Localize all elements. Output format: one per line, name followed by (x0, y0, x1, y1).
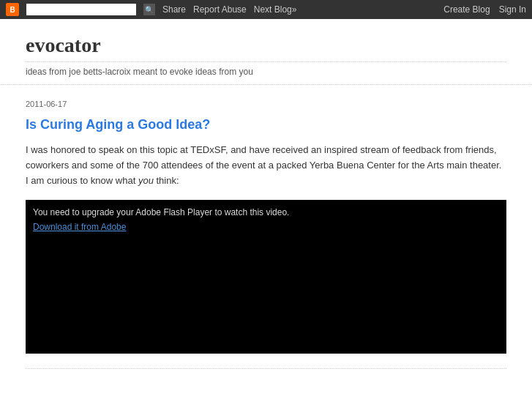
sign-in-link[interactable]: Sign In (499, 4, 526, 15)
blog-subtitle: ideas from joe betts-lacroix meant to ev… (26, 61, 506, 77)
post-body-part1: I was honored to speak on this topic at … (26, 144, 501, 186)
next-blog-link[interactable]: Next Blog» (254, 4, 297, 15)
search-input[interactable] (26, 4, 136, 15)
navbar: B 🔍 Share Report Abuse Next Blog» Create… (0, 0, 532, 19)
blogger-logo: B (6, 3, 19, 16)
post-title[interactable]: Is Curing Aging a Good Idea? (26, 117, 506, 133)
post-body: I was honored to speak on this topic at … (26, 143, 506, 188)
blog-title: evocator (26, 34, 506, 57)
post-date: 2011-06-17 (26, 100, 506, 108)
flash-notice: You need to upgrade your Adobe Flash Pla… (33, 207, 499, 217)
search-button[interactable]: 🔍 (143, 4, 155, 15)
report-abuse-link[interactable]: Report Abuse (193, 4, 247, 15)
content-area: 2011-06-17 Is Curing Aging a Good Idea? … (0, 85, 532, 368)
share-link[interactable]: Share (162, 4, 186, 15)
adobe-download-link[interactable]: Download it from Adobe (33, 222, 499, 232)
post-body-italic: you (138, 175, 154, 186)
content-bottom (26, 368, 506, 369)
video-embed: You need to upgrade your Adobe Flash Pla… (26, 200, 506, 354)
create-blog-link[interactable]: Create Blog (443, 4, 490, 15)
post-body-part2: think: (154, 175, 179, 186)
navbar-right: Create Blog Sign In (443, 4, 526, 15)
main-wrapper: evocator ideas from joe betts-lacroix me… (0, 19, 532, 369)
blog-header: evocator ideas from joe betts-lacroix me… (0, 19, 532, 85)
